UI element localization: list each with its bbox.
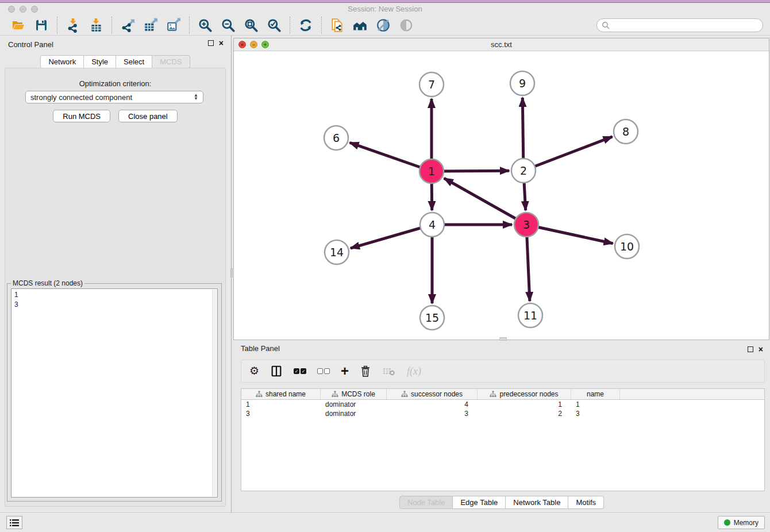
graph-node-4[interactable]: 4 <box>420 213 444 237</box>
select-all-columns-icon[interactable]: ✓✓ <box>294 364 306 378</box>
graph-edge-3-1[interactable] <box>444 178 526 225</box>
graph-node-label: 9 <box>519 77 526 90</box>
column-header-successor-nodes[interactable]: successor nodes <box>387 389 478 399</box>
graph-node-label: 7 <box>428 78 435 91</box>
zoom-out-button[interactable] <box>217 17 240 34</box>
network-window-titlebar[interactable]: × − + scc.txt <box>234 38 769 51</box>
zoom-in-icon <box>198 18 213 33</box>
open-folder-icon <box>11 18 26 32</box>
table-settings-gear-icon[interactable]: ⚙ <box>249 364 259 378</box>
first-neighbors-button[interactable] <box>349 17 372 34</box>
mcds-result-list[interactable]: 1 3 <box>11 288 218 498</box>
show-columns-icon[interactable] <box>270 364 283 378</box>
graph-edge-3-10[interactable] <box>526 225 613 244</box>
export-table-button[interactable] <box>139 17 162 34</box>
eye-icon <box>399 18 414 33</box>
graph-node-11[interactable]: 11 <box>518 303 542 327</box>
show-graphics-details-button[interactable] <box>372 17 395 34</box>
column-header-shared-name[interactable]: shared name <box>241 389 321 399</box>
tab-network[interactable]: Network <box>40 55 84 68</box>
column-header-mcds-role[interactable]: MCDS role <box>321 389 387 399</box>
details-toggle-icon <box>376 18 391 33</box>
tab-motifs[interactable]: Motifs <box>568 496 604 509</box>
graph-node-label: 1 <box>428 165 435 178</box>
panel-splitter[interactable] <box>230 36 233 512</box>
graph-node-2[interactable]: 2 <box>511 159 536 183</box>
application-window: Session: New Session <box>0 0 770 532</box>
toolbar-separator <box>189 17 190 34</box>
memory-button[interactable]: Memory <box>718 516 765 529</box>
graph-edge-2-8[interactable] <box>523 137 613 171</box>
control-panel-tabs: Network Style Select MCDS <box>0 55 230 68</box>
cell-name: 3 <box>571 410 620 418</box>
function-builder-icon-disabled: f(x) <box>407 364 421 378</box>
network-graph[interactable]: 7968124314101511 <box>234 51 769 340</box>
list-icon <box>10 519 19 527</box>
import-network-button[interactable] <box>61 17 84 34</box>
cell-mcds-role: dominator <box>321 410 387 418</box>
column-header-predecessor-nodes[interactable]: predecessor nodes <box>478 389 571 399</box>
zoom-selected-button[interactable] <box>263 17 286 34</box>
apply-layout-button[interactable] <box>294 17 317 34</box>
window-resize-grip[interactable] <box>499 337 507 341</box>
show-task-history-button[interactable] <box>6 516 22 529</box>
network-canvas[interactable]: 7968124314101511 <box>234 51 769 340</box>
zoom-out-icon <box>221 18 236 33</box>
zoom-fit-icon <box>244 18 259 33</box>
graph-node-label: 14 <box>330 246 344 259</box>
splitter-grip[interactable] <box>230 268 233 277</box>
cell-successor-nodes: 3 <box>387 410 478 418</box>
float-table-panel-icon[interactable] <box>748 346 753 352</box>
close-panel-button[interactable]: Close panel <box>118 110 178 122</box>
export-network-button[interactable] <box>116 17 139 34</box>
tab-style[interactable]: Style <box>84 55 116 68</box>
main-titlebar: Session: New Session <box>0 3 770 16</box>
unselect-all-columns-icon[interactable] <box>317 364 330 378</box>
search-box[interactable] <box>596 18 763 32</box>
import-network-icon <box>66 18 80 33</box>
optimization-criterion-label: Optimization criterion: <box>0 79 230 88</box>
graph-node-14[interactable]: 14 <box>325 240 349 264</box>
import-table-button[interactable] <box>84 17 107 34</box>
search-input[interactable] <box>613 21 758 29</box>
zoom-fit-button[interactable] <box>240 17 263 34</box>
graph-node-9[interactable]: 9 <box>510 71 534 95</box>
table-row[interactable]: 3 dominator 3 2 3 <box>241 409 764 418</box>
tab-network-table[interactable]: Network Table <box>506 496 568 509</box>
graph-node-1[interactable]: 1 <box>419 159 444 183</box>
graph-node-label: 11 <box>523 309 537 322</box>
delete-columns-icon[interactable] <box>360 364 371 378</box>
float-panel-icon[interactable] <box>208 40 214 46</box>
run-mcds-button[interactable]: Run MCDS <box>53 110 110 122</box>
close-panel-icon[interactable]: × <box>219 40 224 46</box>
toolbar-separator <box>57 17 57 34</box>
graph-node-6[interactable]: 6 <box>324 126 348 150</box>
criterion-select[interactable]: strongly connected component ▲▼ <box>25 91 203 103</box>
table-row[interactable]: 1 dominator 4 1 1 <box>241 400 764 409</box>
zoom-in-button[interactable] <box>194 17 217 34</box>
export-image-button[interactable] <box>162 17 185 34</box>
open-session-button[interactable] <box>7 17 30 34</box>
tab-edge-table[interactable]: Edge Table <box>453 496 506 509</box>
cell-successor-nodes: 4 <box>387 400 478 408</box>
tab-select[interactable]: Select <box>116 55 152 68</box>
graph-node-8[interactable]: 8 <box>614 119 638 144</box>
create-column-icon[interactable]: + <box>341 364 349 378</box>
graph-node-15[interactable]: 15 <box>420 306 444 330</box>
graph-node-3[interactable]: 3 <box>514 213 538 237</box>
graph-node-10[interactable]: 10 <box>615 234 639 259</box>
graph-edge-1-6[interactable] <box>350 142 432 171</box>
result-scrollbar[interactable] <box>212 290 217 496</box>
birdseye-view-button[interactable] <box>395 17 418 34</box>
graph-node-label: 2 <box>520 164 527 177</box>
select-stepper-icon: ▲▼ <box>194 94 198 101</box>
cell-name: 1 <box>571 400 620 408</box>
column-type-icon <box>332 391 338 398</box>
close-table-panel-icon[interactable]: × <box>759 346 763 352</box>
tab-node-table[interactable]: Node Table <box>399 496 453 509</box>
clone-network-button[interactable] <box>326 17 349 34</box>
column-header-name[interactable]: name <box>571 389 620 399</box>
tab-mcds[interactable]: MCDS <box>152 55 190 68</box>
save-session-button[interactable] <box>30 17 53 34</box>
graph-node-7[interactable]: 7 <box>419 72 444 97</box>
